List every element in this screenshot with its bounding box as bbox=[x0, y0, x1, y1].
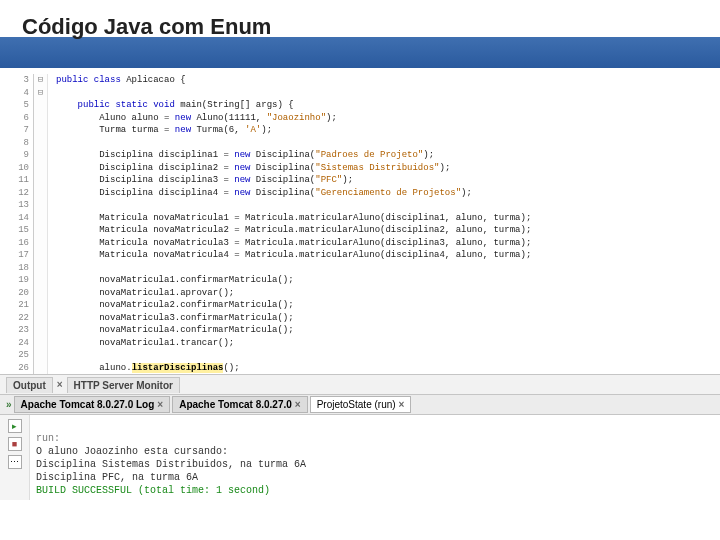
tab-label: ProjetoState (run) bbox=[317, 399, 396, 410]
stop-icon[interactable]: ■ bbox=[8, 437, 22, 451]
line-number: 21 bbox=[0, 299, 29, 312]
code-line bbox=[56, 262, 720, 275]
code-line: Matricula novaMatricula3 = Matricula.mat… bbox=[56, 237, 720, 250]
code-line: Matricula novaMatricula2 = Matricula.mat… bbox=[56, 224, 720, 237]
fold-mark[interactable] bbox=[34, 199, 47, 212]
line-number: 22 bbox=[0, 312, 29, 325]
fold-mark[interactable] bbox=[34, 299, 47, 312]
line-number: 18 bbox=[0, 262, 29, 275]
code-line: Disciplina disciplina4 = new Disciplina(… bbox=[56, 187, 720, 200]
output-subtabs: » Apache Tomcat 8.0.27.0 Log × Apache To… bbox=[0, 394, 720, 414]
fold-mark[interactable]: ⊟ bbox=[34, 74, 47, 87]
console-line: O aluno Joaozinho esta cursando: bbox=[36, 446, 228, 457]
code-line bbox=[56, 349, 720, 362]
fold-mark[interactable]: ⊟ bbox=[34, 87, 47, 100]
line-number: 8 bbox=[0, 137, 29, 150]
console-panel: ▸ ■ ⋯ run: O aluno Joaozinho esta cursan… bbox=[0, 414, 720, 500]
fold-mark[interactable] bbox=[34, 287, 47, 300]
line-number: 11 bbox=[0, 174, 29, 187]
code-line: aluno.listarDisciplinas(); bbox=[56, 362, 720, 375]
code-line: Turma turma = new Turma(6, 'A'); bbox=[56, 124, 720, 137]
settings-icon[interactable]: ⋯ bbox=[8, 455, 22, 469]
code-line: novaMatricula1.confirmarMatricula(); bbox=[56, 274, 720, 287]
code-line: Disciplina disciplina3 = new Disciplina(… bbox=[56, 174, 720, 187]
fold-mark[interactable] bbox=[34, 99, 47, 112]
fold-mark[interactable] bbox=[34, 224, 47, 237]
fold-mark[interactable] bbox=[34, 249, 47, 262]
bottom-panel-tabs: Output × HTTP Server Monitor bbox=[0, 374, 720, 394]
line-number: 10 bbox=[0, 162, 29, 175]
code-line: Disciplina disciplina1 = new Disciplina(… bbox=[56, 149, 720, 162]
line-number-gutter: 3456789101112131415161718192021222324252… bbox=[0, 74, 34, 374]
fold-gutter: ⊟⊟ bbox=[34, 74, 48, 374]
line-number: 17 bbox=[0, 249, 29, 262]
rerun-icon[interactable]: ▸ bbox=[8, 419, 22, 433]
fold-mark[interactable] bbox=[34, 262, 47, 275]
code-line: public static void main(String[] args) { bbox=[56, 99, 720, 112]
fold-mark[interactable] bbox=[34, 337, 47, 350]
code-line: Disciplina disciplina2 = new Disciplina(… bbox=[56, 162, 720, 175]
fold-mark[interactable] bbox=[34, 112, 47, 125]
console-output[interactable]: run: O aluno Joaozinho esta cursando: Di… bbox=[30, 415, 720, 500]
line-number: 20 bbox=[0, 287, 29, 300]
close-icon[interactable]: × bbox=[157, 399, 163, 410]
fold-mark[interactable] bbox=[34, 349, 47, 362]
fold-mark[interactable] bbox=[34, 124, 47, 137]
slide-title-bar: Código Java com Enum bbox=[0, 0, 720, 68]
tab-http-monitor[interactable]: HTTP Server Monitor bbox=[67, 377, 180, 393]
fold-mark[interactable] bbox=[34, 324, 47, 337]
line-number: 24 bbox=[0, 337, 29, 350]
code-line bbox=[56, 87, 720, 100]
code-line: novaMatricula1.trancar(); bbox=[56, 337, 720, 350]
code-editor: 3456789101112131415161718192021222324252… bbox=[0, 68, 720, 374]
code-line: public class Aplicacao { bbox=[56, 74, 720, 87]
line-number: 16 bbox=[0, 237, 29, 250]
code-line: Aluno aluno = new Aluno(11111, "Joaozinh… bbox=[56, 112, 720, 125]
console-line: Disciplina PFC, na turma 6A bbox=[36, 472, 198, 483]
fold-mark[interactable] bbox=[34, 162, 47, 175]
close-icon[interactable]: × bbox=[399, 399, 405, 410]
code-line: Matricula novaMatricula1 = Matricula.mat… bbox=[56, 212, 720, 225]
fold-mark[interactable] bbox=[34, 312, 47, 325]
code-line: novaMatricula2.confirmarMatricula(); bbox=[56, 299, 720, 312]
line-number: 4 bbox=[0, 87, 29, 100]
line-number: 3 bbox=[0, 74, 29, 87]
page-title: Código Java com Enum bbox=[22, 14, 698, 40]
line-number: 7 bbox=[0, 124, 29, 137]
tab-label: Apache Tomcat 8.0.27.0 bbox=[179, 399, 292, 410]
line-number: 26 bbox=[0, 362, 29, 375]
fold-mark[interactable] bbox=[34, 274, 47, 287]
tab-output[interactable]: Output bbox=[6, 377, 53, 393]
code-line: novaMatricula3.confirmarMatricula(); bbox=[56, 312, 720, 325]
line-number: 15 bbox=[0, 224, 29, 237]
line-number: 14 bbox=[0, 212, 29, 225]
code-line: novaMatricula4.confirmarMatricula(); bbox=[56, 324, 720, 337]
console-line: run: bbox=[36, 433, 60, 444]
line-number: 12 bbox=[0, 187, 29, 200]
line-number: 25 bbox=[0, 349, 29, 362]
close-icon[interactable]: × bbox=[57, 379, 63, 390]
line-number: 13 bbox=[0, 199, 29, 212]
close-icon[interactable]: × bbox=[295, 399, 301, 410]
code-area[interactable]: public class Aplicacao { public static v… bbox=[48, 74, 720, 374]
arrow-icon[interactable]: » bbox=[6, 399, 12, 410]
fold-mark[interactable] bbox=[34, 137, 47, 150]
fold-mark[interactable] bbox=[34, 149, 47, 162]
console-build-status: BUILD SUCCESSFUL (total time: 1 second) bbox=[36, 485, 270, 496]
fold-mark[interactable] bbox=[34, 174, 47, 187]
code-line: novaMatricula1.aprovar(); bbox=[56, 287, 720, 300]
fold-mark[interactable] bbox=[34, 237, 47, 250]
output-tab-run[interactable]: ProjetoState (run) × bbox=[310, 396, 412, 413]
output-tab-tomcat-log[interactable]: Apache Tomcat 8.0.27.0 Log × bbox=[14, 396, 171, 413]
fold-mark[interactable] bbox=[34, 362, 47, 375]
fold-mark[interactable] bbox=[34, 212, 47, 225]
fold-mark[interactable] bbox=[34, 187, 47, 200]
line-number: 23 bbox=[0, 324, 29, 337]
line-number: 9 bbox=[0, 149, 29, 162]
code-line bbox=[56, 199, 720, 212]
output-tab-tomcat[interactable]: Apache Tomcat 8.0.27.0 × bbox=[172, 396, 308, 413]
line-number: 19 bbox=[0, 274, 29, 287]
code-line bbox=[56, 137, 720, 150]
console-toolbar: ▸ ■ ⋯ bbox=[0, 415, 30, 500]
line-number: 5 bbox=[0, 99, 29, 112]
